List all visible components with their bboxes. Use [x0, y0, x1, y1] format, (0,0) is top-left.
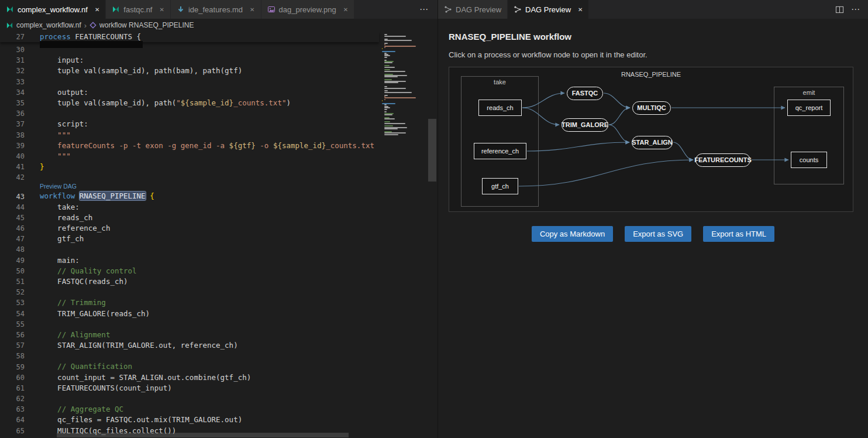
- tab-dag-preview-png[interactable]: dag_preview.png ✕: [261, 0, 355, 19]
- line-number: 55: [0, 320, 25, 328]
- breadcrumb-file[interactable]: complex_workflow.nf: [16, 21, 81, 29]
- code-text: reference_ch: [40, 223, 110, 234]
- dag-node-reference_ch[interactable]: reference_ch: [474, 143, 526, 159]
- code-line-59[interactable]: 59 // Quantification: [0, 361, 379, 372]
- line-number: 44: [0, 203, 25, 211]
- code-line-38[interactable]: 38 """: [0, 130, 379, 141]
- code-line-44[interactable]: 44 take:: [0, 202, 379, 213]
- more-actions-icon[interactable]: ⋯: [851, 4, 860, 15]
- code-line-64[interactable]: 64 qc_files = FASTQC.out.mix(TRIM_GALORE…: [0, 415, 379, 425]
- minimap[interactable]: [380, 33, 416, 437]
- code-text: workflow RNASEQ_PIPELINE {: [40, 191, 154, 201]
- tab-complex-workflow-nf[interactable]: complex_workflow.nf ✕: [0, 0, 106, 19]
- dag-node-multiqc[interactable]: MULTIQC: [632, 101, 671, 115]
- code-line-50[interactable]: 50 // Quality control: [0, 266, 379, 276]
- close-icon[interactable]: ✕: [578, 6, 583, 13]
- code-text: // Alignment: [40, 330, 110, 340]
- code-line-45[interactable]: 45 reads_ch: [0, 213, 379, 223]
- code-line-41[interactable]: 41}: [0, 162, 379, 172]
- code-line-39[interactable]: 39 featureCounts -p -t exon -g gene_id -…: [0, 141, 379, 151]
- codelens-preview-dag[interactable]: Preview DAG: [40, 183, 379, 191]
- code-text: main:: [40, 255, 80, 266]
- minimap-line: [384, 123, 406, 124]
- vertical-scrollbar[interactable]: [428, 119, 436, 182]
- code-text: // Aggregate QC: [40, 404, 123, 415]
- minimap-line: [384, 114, 392, 115]
- code-line-55[interactable]: 55: [0, 319, 379, 330]
- close-icon[interactable]: ✕: [95, 6, 99, 13]
- tab-dag-preview-1[interactable]: DAG Preview: [438, 0, 508, 19]
- line-number: 48: [0, 245, 25, 254]
- code-line-49[interactable]: 49 main:: [0, 255, 379, 266]
- minimap-line: [384, 118, 395, 119]
- code-line-54[interactable]: 54 TRIM_GALORE(reads_ch): [0, 309, 379, 319]
- line-number: 52: [0, 288, 25, 296]
- graph-icon: [444, 5, 452, 13]
- more-tabs-icon[interactable]: ⋯: [410, 0, 438, 19]
- code-line-48[interactable]: 48: [0, 244, 379, 255]
- code-line-62[interactable]: 62: [0, 393, 379, 404]
- line-number: 42: [0, 173, 25, 182]
- code-line-35[interactable]: 35 tuple val(sample_id), path("${sample_…: [0, 98, 379, 108]
- code-line-34[interactable]: 34 output:: [0, 87, 379, 98]
- code-line-53[interactable]: 53 // Trimming: [0, 297, 379, 308]
- line-number: 65: [0, 427, 25, 435]
- code-line-37[interactable]: 37 script:: [0, 119, 379, 129]
- breadcrumb-symbol[interactable]: workflow RNASEQ_PIPELINE: [99, 21, 194, 29]
- copy-as-markdown-button[interactable]: Copy as Markdown: [532, 226, 613, 242]
- line-number: 33: [0, 78, 25, 86]
- code-line-63[interactable]: 63 // Aggregate QC: [0, 404, 379, 415]
- dag-node-qc_report[interactable]: qc_report: [787, 100, 831, 116]
- close-icon[interactable]: ✕: [250, 6, 254, 13]
- code-line-43[interactable]: 43workflow RNASEQ_PIPELINE {: [0, 191, 379, 201]
- horizontal-scrollbar[interactable]: [57, 433, 349, 437]
- code-line-56[interactable]: 56 // Alignment: [0, 330, 379, 340]
- code-text: output:: [40, 87, 88, 98]
- code-line-42[interactable]: 42: [0, 172, 379, 183]
- code-line-61[interactable]: 61 FEATURECOUNTS(count_input): [0, 383, 379, 393]
- tab-label: ide_features.md: [188, 5, 243, 14]
- line-number: 57: [0, 341, 25, 350]
- sticky-shadow-box: [40, 41, 143, 48]
- tab-ide-features-md[interactable]: ide_features.md ✕: [171, 0, 261, 19]
- dag-node-counts[interactable]: counts: [791, 152, 827, 168]
- code-line-57[interactable]: 57 STAR_ALIGN(TRIM_GALORE.out, reference…: [0, 340, 379, 351]
- code-line-32[interactable]: 32 tuple val(sample_id), path(bam), path…: [0, 66, 379, 76]
- tab-label: dag_preview.png: [279, 5, 336, 14]
- tab-fastqc-nf[interactable]: fastqc.nf ✕: [106, 0, 171, 19]
- minimap-line: [384, 79, 392, 80]
- code-line-51[interactable]: 51 FASTQC(reads_ch): [0, 276, 379, 287]
- code-line-36[interactable]: 36: [0, 108, 379, 119]
- graph-icon: [514, 5, 522, 13]
- tab-dag-preview-2[interactable]: DAG Preview ✕: [508, 0, 589, 19]
- code-text: tuple val(sample_id), path("${sample_id}…: [40, 98, 291, 108]
- minimap-line: [384, 57, 387, 58]
- page-title: RNASEQ_PIPELINE workflow: [449, 32, 857, 42]
- dag-node-reads_ch[interactable]: reads_ch: [478, 100, 522, 116]
- dag-node-trim_galore[interactable]: TRIM_GALORE: [562, 118, 608, 132]
- dag-node-featurecounts[interactable]: FEATURECOUNTS: [695, 153, 750, 167]
- code-editor[interactable]: 27 process FEATURECOUNTS { 3031 input:32…: [0, 32, 438, 438]
- line-number: 62: [0, 395, 25, 403]
- export-as-html-button[interactable]: Export as HTML: [703, 226, 774, 242]
- dag-node-fastqc[interactable]: FASTQC: [567, 87, 603, 100]
- split-editor-icon[interactable]: [835, 5, 844, 14]
- code-line-40[interactable]: 40 """: [0, 151, 379, 162]
- close-icon[interactable]: ✕: [343, 6, 348, 13]
- code-line-33[interactable]: 33: [0, 77, 379, 87]
- line-number: 64: [0, 416, 25, 424]
- code-line-46[interactable]: 46 reference_ch: [0, 223, 379, 234]
- code-line-31[interactable]: 31 input:: [0, 55, 379, 66]
- minimap-line: [384, 71, 406, 72]
- code-line-47[interactable]: 47 gtf_ch: [0, 234, 379, 244]
- preview-tabbar: DAG Preview DAG Preview ✕ ⋯: [438, 0, 868, 19]
- dag-node-gtf_ch[interactable]: gtf_ch: [482, 178, 518, 194]
- minimap-line: [384, 97, 416, 98]
- dag-node-star_align[interactable]: STAR_ALIGN: [632, 136, 673, 149]
- code-line-52[interactable]: 52: [0, 287, 379, 297]
- close-icon[interactable]: ✕: [159, 6, 164, 13]
- code-line-60[interactable]: 60 count_input = STAR_ALIGN.out.combine(…: [0, 372, 379, 383]
- code-line-58[interactable]: 58: [0, 351, 379, 361]
- line-number: 49: [0, 256, 25, 265]
- export-as-svg-button[interactable]: Export as SVG: [625, 226, 691, 242]
